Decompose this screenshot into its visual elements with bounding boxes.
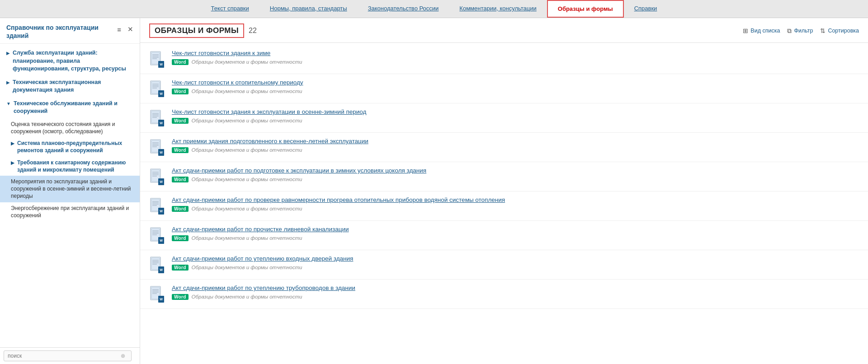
content-count: 22 xyxy=(249,27,257,35)
arrow-icon: ▶ xyxy=(11,160,14,166)
word-badge: Word xyxy=(172,147,189,153)
doc-category: Образцы документов и формы отчетности xyxy=(192,118,302,123)
sidebar-content: ▶ Служба эксплуатации зданий: планирован… xyxy=(0,44,140,347)
sidebar-item-label: Служба эксплуатации зданий: планирование… xyxy=(13,49,135,73)
sidebar-item-label: Система планово-предупредительных ремонт… xyxy=(17,140,135,154)
sort-icon: ⇅ xyxy=(820,27,826,34)
doc-meta: WordОбразцы документов и формы отчетност… xyxy=(172,89,859,94)
word-badge: Word xyxy=(172,59,189,65)
svg-text:W: W xyxy=(160,63,163,66)
content-area: ОБРАЗЦЫ И ФОРМЫ 22 ⊞ Вид списка ⧉ Фильтр… xyxy=(140,18,868,364)
svg-text:W: W xyxy=(160,268,163,271)
doc-title[interactable]: Акт приемки здания подготовленного к вес… xyxy=(172,137,859,146)
doc-item[interactable]: W Акт приемки здания подготовленного к в… xyxy=(140,133,868,162)
filter-label: Фильтр xyxy=(794,28,813,34)
top-nav-tab-law[interactable]: Законодательство России xyxy=(358,0,449,18)
sidebar-item-service[interactable]: ▶ Служба эксплуатации зданий: планирован… xyxy=(0,47,140,76)
sidebar-header: Справочник по эксплуатации зданий ≡ ✕ xyxy=(0,18,140,44)
top-nav-tab-samples[interactable]: Образцы и формы xyxy=(547,0,624,18)
doc-meta: WordОбразцы документов и формы отчетност… xyxy=(172,147,859,153)
word-badge: Word xyxy=(172,206,189,212)
svg-text:W: W xyxy=(160,180,163,183)
svg-text:W: W xyxy=(160,151,163,154)
doc-meta: WordОбразцы документов и формы отчетност… xyxy=(172,206,859,212)
sort-label: Сортировка xyxy=(828,28,859,34)
doc-category: Образцы документов и формы отчетности xyxy=(192,147,302,153)
svg-text:W: W xyxy=(160,121,163,125)
doc-file-icon: W xyxy=(149,256,165,275)
doc-item[interactable]: W Акт сдачи-приемки работ по проверке ра… xyxy=(140,191,868,221)
doc-item[interactable]: W Акт сдачи-приемки работ по прочистке л… xyxy=(140,221,868,250)
doc-info: Акт сдачи-приемки работ по утеплению тру… xyxy=(172,284,859,300)
doc-info: Акт сдачи-приемки работ по проверке равн… xyxy=(172,196,859,212)
doc-item[interactable]: W Акт сдачи-приемки работ по подготовке … xyxy=(140,162,868,191)
doc-item[interactable]: W Акт сдачи-приемки работ по утеплению в… xyxy=(140,250,868,280)
search-clear-icon[interactable]: ⊗ xyxy=(121,353,125,359)
doc-file-icon: W xyxy=(149,285,165,304)
doc-title[interactable]: Акт сдачи-приемки работ по утеплению тру… xyxy=(172,284,859,293)
doc-category: Образцы документов и формы отчетности xyxy=(192,89,302,94)
view-list-label: Вид списка xyxy=(750,28,780,34)
arrow-icon: ▶ xyxy=(6,79,10,86)
content-toolbar: ⊞ Вид списка ⧉ Фильтр ⇅ Сортировка xyxy=(743,27,859,35)
doc-info: Акт приемки здания подготовленного к вес… xyxy=(172,137,859,153)
word-badge: Word xyxy=(172,89,189,94)
doc-meta: WordОбразцы документов и формы отчетност… xyxy=(172,177,859,182)
sidebar-icon-group: ≡ ✕ xyxy=(115,24,135,34)
word-badge: Word xyxy=(172,294,189,300)
sidebar-menu-icon[interactable]: ≡ xyxy=(115,25,123,34)
filter-button[interactable]: ⧉ Фильтр xyxy=(787,27,813,35)
sort-button[interactable]: ⇅ Сортировка xyxy=(820,27,859,34)
top-nav-tab-references[interactable]: Справки xyxy=(624,0,668,18)
sidebar-item-tech-doc[interactable]: ▶ Техническая эксплуатационная документа… xyxy=(0,76,140,97)
filter-icon: ⧉ xyxy=(787,27,792,35)
doc-title[interactable]: Чек-лист готовности здания к зиме xyxy=(172,49,859,58)
doc-file-icon: W xyxy=(149,50,165,69)
doc-title[interactable]: Акт сдачи-приемки работ по проверке равн… xyxy=(172,196,859,205)
sidebar-item-assessment[interactable]: Оценка технического состояния здания и с… xyxy=(0,118,140,137)
doc-file-icon: W xyxy=(149,79,165,98)
arrow-icon: ▶ xyxy=(11,140,14,147)
svg-text:W: W xyxy=(160,239,163,242)
doc-item[interactable]: W Чек-лист готовности здания к эксплуата… xyxy=(140,103,868,133)
arrow-icon: ▶ xyxy=(6,50,10,56)
sidebar-item-label: Техническое обслуживание зданий и сооруж… xyxy=(14,100,135,116)
doc-meta: WordОбразцы документов и формы отчетност… xyxy=(172,265,859,271)
content-title-block: ОБРАЗЦЫ И ФОРМЫ 22 xyxy=(149,23,737,38)
doc-category: Образцы документов и формы отчетности xyxy=(192,177,302,182)
svg-text:W: W xyxy=(160,298,163,301)
doc-item[interactable]: W Акт сдачи-приемки работ по утеплению т… xyxy=(140,280,868,309)
top-nav-tab-norms[interactable]: Нормы, правила, стандарты xyxy=(259,0,358,18)
svg-text:W: W xyxy=(160,210,163,213)
sidebar-item-sanitary[interactable]: ▶ Требования к санитарному содержанию зд… xyxy=(0,157,140,176)
doc-title[interactable]: Чек-лист готовности к отопительному пери… xyxy=(172,79,859,87)
doc-meta: WordОбразцы документов и формы отчетност… xyxy=(172,118,859,124)
sidebar-close-icon[interactable]: ✕ xyxy=(126,24,135,34)
sidebar-item-events[interactable]: Мероприятия по эксплуатации зданий и соо… xyxy=(0,176,140,202)
sidebar-search-area: ⊗ xyxy=(0,347,140,364)
doc-title[interactable]: Акт сдачи-приемки работ по прочистке лив… xyxy=(172,225,859,234)
sidebar-item-plan-repair[interactable]: ▶ Система планово-предупредительных ремо… xyxy=(0,137,140,156)
doc-item[interactable]: W Чек-лист готовности здания к зимеWordО… xyxy=(140,45,868,74)
document-list: W Чек-лист готовности здания к зимеWordО… xyxy=(140,43,868,364)
arrow-down-icon: ▼ xyxy=(6,101,11,107)
doc-title[interactable]: Акт сдачи-приемки работ по подготовке к … xyxy=(172,167,859,175)
sidebar-item-energy[interactable]: Энергосбережение при эксплуатации зданий… xyxy=(0,202,140,221)
doc-title[interactable]: Акт сдачи-приемки работ по утеплению вхо… xyxy=(172,255,859,263)
sidebar: Справочник по эксплуатации зданий ≡ ✕ ▶ … xyxy=(0,18,140,364)
word-badge: Word xyxy=(172,118,189,124)
sidebar-item-label: Требования к санитарному содержанию здан… xyxy=(17,159,135,173)
content-title: ОБРАЗЦЫ И ФОРМЫ xyxy=(149,23,244,38)
doc-file-icon: W xyxy=(149,197,165,216)
doc-item[interactable]: W Чек-лист готовности к отопительному пе… xyxy=(140,74,868,103)
view-list-button[interactable]: ⊞ Вид списка xyxy=(743,27,780,34)
doc-category: Образцы документов и формы отчетности xyxy=(192,235,302,241)
doc-title[interactable]: Чек-лист готовности здания к эксплуатаци… xyxy=(172,108,859,117)
search-input[interactable] xyxy=(4,350,132,361)
top-nav-tab-text[interactable]: Текст справки xyxy=(201,0,259,18)
sidebar-title: Справочник по эксплуатации зданий xyxy=(6,23,113,40)
word-badge: Word xyxy=(172,177,189,182)
sidebar-item-tech-service[interactable]: ▼ Техническое обслуживание зданий и соор… xyxy=(0,97,140,118)
top-nav-tab-comments[interactable]: Комментарии, консультации xyxy=(449,0,547,18)
doc-category: Образцы документов и формы отчетности xyxy=(192,294,302,299)
